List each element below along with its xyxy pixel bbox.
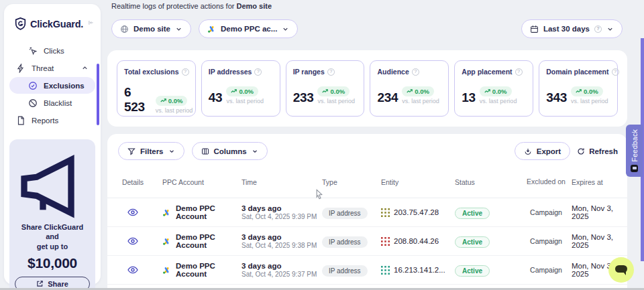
funnel-icon: [127, 147, 136, 155]
excluded-on-value: Campaign: [521, 266, 572, 274]
time-relative: 3 days ago: [241, 262, 322, 270]
entity-identicon: [381, 266, 390, 275]
table-toolbar: Filters Columns Export: [107, 134, 627, 167]
stat-trend: 0.0%: [330, 88, 345, 95]
stat-value: 43: [209, 90, 223, 105]
chevron-down-icon: [282, 25, 289, 33]
trend-up-icon: [484, 88, 490, 94]
column-header-ppc-account[interactable]: PPC Account: [148, 178, 241, 186]
column-header-entity[interactable]: Entity: [381, 178, 455, 186]
lightning-icon: [16, 64, 25, 73]
chat-bubble-icon: [615, 265, 627, 275]
sidebar-scrollbar[interactable]: [97, 64, 99, 125]
export-button[interactable]: Export: [515, 142, 570, 160]
time-absolute: Sat, Oct 4, 2025 9:37 PM: [241, 271, 322, 278]
help-icon[interactable]: ?: [327, 68, 335, 76]
download-icon: [524, 147, 532, 155]
sidebar-item-label: Threat: [32, 64, 75, 72]
stat-trend-caption: vs. last period: [480, 98, 517, 104]
ppc-account-selector[interactable]: Demo PPC ac...: [199, 19, 298, 38]
stat-trend: 0.0%: [584, 88, 598, 95]
stat-title: Domain placement: [546, 68, 608, 76]
stat-value: 6 523: [124, 85, 152, 115]
columns-button[interactable]: Columns: [192, 142, 268, 160]
stat-trend: 0.0%: [492, 88, 507, 95]
status-badge: Active: [455, 208, 490, 219]
table-header-row: Details PPC Account Time Type Entity Sta…: [107, 167, 627, 198]
sidebar-item-clicks[interactable]: Clicks: [9, 42, 95, 59]
stat-card-domain-placement: Domain placement? 343 0.0% vs. last peri…: [539, 60, 618, 117]
clickguard-shield-icon: [15, 17, 26, 30]
help-icon[interactable]: ?: [412, 68, 419, 76]
column-header-details[interactable]: Details: [118, 178, 148, 186]
feedback-tab[interactable]: Feedback: [626, 125, 643, 177]
column-header-expires-at[interactable]: Expires at: [572, 178, 627, 186]
column-header-time[interactable]: Time: [241, 178, 322, 186]
stat-card-app-placement: App placement? 13 0.0% vs. last period: [454, 60, 533, 117]
chevron-down-icon: [175, 25, 182, 33]
exclusions-table-card: Filters Columns Export: [107, 134, 627, 290]
type-badge: IP address: [322, 236, 368, 248]
subtitle-site-name: Demo site: [236, 2, 272, 10]
time-absolute: Sat, Oct 4, 2025 9:39 PM: [241, 213, 322, 220]
stat-title: IP addresses: [209, 68, 252, 76]
column-header-type[interactable]: Type: [322, 178, 381, 186]
column-header-excluded-on[interactable]: Excluded on: [521, 177, 572, 186]
chat-launcher-button[interactable]: [608, 257, 634, 283]
trend-up-icon: [322, 88, 328, 94]
stat-title: App placement: [462, 68, 512, 76]
stat-value: 234: [377, 90, 398, 105]
help-icon[interactable]: ?: [612, 68, 619, 76]
status-badge: Active: [455, 236, 490, 248]
time-relative: 3 days ago: [241, 233, 322, 241]
sidebar-item-label: Exclusions: [44, 82, 89, 90]
help-icon: ?: [594, 25, 602, 33]
stat-trend-caption: vs. last period: [226, 98, 264, 104]
entity-identicon: [381, 237, 390, 246]
sidebar-collapse-icon[interactable]: [87, 19, 94, 29]
cursor-click-icon: [28, 46, 38, 56]
ppc-account-name: Demo PPC Account: [176, 233, 241, 249]
date-range-selector[interactable]: Last 30 days ?: [521, 19, 623, 38]
external-link-icon: [36, 280, 44, 287]
help-icon[interactable]: ?: [182, 68, 189, 76]
promo-text-line1: Share ClickGuard and: [15, 222, 90, 242]
sidebar-nav: Clicks Threat Exclusions Blacklist: [4, 40, 101, 129]
logo: ClickGuard.: [4, 4, 101, 40]
column-header-status[interactable]: Status: [455, 178, 521, 186]
sidebar-item-blacklist[interactable]: Blacklist: [9, 94, 95, 111]
expires-at-value: Mon, Nov 3, 2025: [572, 233, 627, 249]
help-icon[interactable]: ?: [515, 68, 523, 76]
affiliate-promo-card[interactable]: Share ClickGuard and get up to $10,000 S…: [9, 139, 95, 290]
filters-button[interactable]: Filters: [118, 142, 184, 160]
table-row: Demo PPC Account 3 days agoSat, Oct 4, 2…: [107, 198, 627, 227]
globe-icon: [120, 25, 129, 33]
filter-row: Demo site Demo PPC ac...: [111, 19, 298, 38]
chevron-down-icon: [606, 25, 614, 33]
columns-icon: [201, 147, 209, 155]
trend-up-icon: [576, 88, 582, 94]
sidebar-item-exclusions[interactable]: Exclusions: [9, 77, 95, 94]
view-details-button[interactable]: [127, 236, 138, 246]
view-details-button[interactable]: [127, 265, 138, 275]
refresh-button[interactable]: Refresh: [577, 147, 618, 155]
sidebar-item-threat[interactable]: Threat: [9, 60, 95, 76]
sidebar-item-label: Reports: [32, 117, 89, 125]
megaphone-icon: [15, 147, 90, 222]
help-icon[interactable]: ?: [254, 68, 262, 76]
site-selector[interactable]: Demo site: [111, 19, 191, 38]
excluded-on-value: Campaign: [521, 237, 572, 245]
stat-trend-caption: vs. last period: [571, 98, 608, 104]
calendar-icon: [530, 25, 539, 33]
filters-button-label: Filters: [140, 147, 164, 155]
view-details-button[interactable]: [127, 207, 138, 218]
main-content: Realtime logs of protective actions for …: [107, 0, 627, 290]
promo-amount: $10,000: [15, 255, 90, 271]
chevron-up-icon: [81, 64, 89, 72]
trend-up-icon: [407, 88, 413, 94]
stat-trend: 0.0%: [168, 97, 183, 104]
sidebar-item-reports[interactable]: Reports: [9, 112, 95, 129]
ppc-account-selector-value: Demo PPC ac...: [221, 25, 277, 33]
stat-card-ip-addresses: IP addresses? 43 0.0% vs. last period: [201, 60, 280, 117]
time-absolute: Sat, Oct 4, 2025 9:38 PM: [241, 242, 322, 249]
